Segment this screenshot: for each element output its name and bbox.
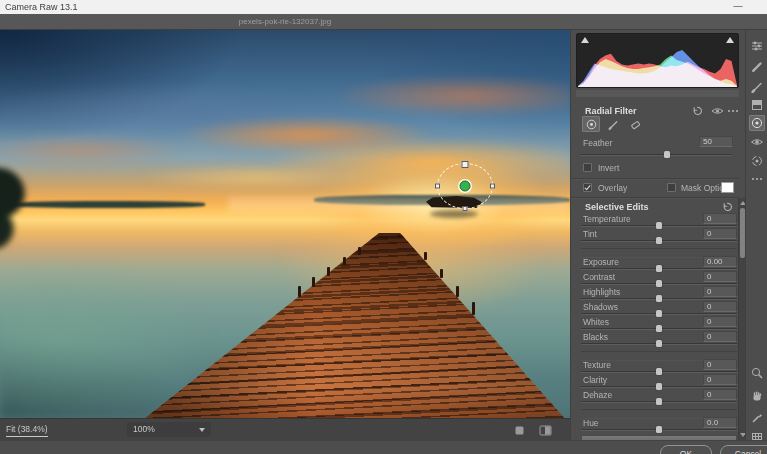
slider-handle[interactable] bbox=[656, 398, 662, 405]
slider-row-whites: Whites0 bbox=[581, 317, 737, 332]
slider-handle[interactable] bbox=[656, 325, 662, 332]
mask-color-swatch[interactable] bbox=[721, 182, 734, 193]
more-icon[interactable] bbox=[749, 171, 765, 187]
slider-track[interactable] bbox=[581, 429, 737, 431]
slider-value-field[interactable]: 0.00 bbox=[703, 256, 737, 267]
slider-value-field[interactable]: 0.0 bbox=[703, 417, 737, 428]
ok-button[interactable]: OK bbox=[660, 445, 712, 454]
eraser-tool-button[interactable] bbox=[626, 116, 644, 132]
wooden-pier bbox=[0, 30, 570, 418]
slider-value-field[interactable]: 0 bbox=[703, 331, 737, 342]
pier-post bbox=[424, 252, 427, 260]
mask-options-checkbox[interactable] bbox=[667, 183, 676, 192]
slider-value-field[interactable]: 0 bbox=[703, 316, 737, 327]
radial-new-tool-button[interactable] bbox=[582, 116, 600, 132]
invert-label: Invert bbox=[598, 163, 619, 173]
slider-row-clarity: Clarity0 bbox=[581, 375, 737, 390]
minimize-button[interactable]: — bbox=[731, 0, 745, 12]
selective-edits-title: Selective Edits bbox=[585, 202, 649, 212]
presets-icon[interactable] bbox=[749, 153, 765, 169]
radial-handle-left[interactable] bbox=[435, 184, 440, 189]
slider-value-field[interactable]: 0 bbox=[703, 213, 737, 224]
feather-slider-track[interactable] bbox=[581, 154, 731, 156]
slider-track[interactable] bbox=[581, 225, 737, 227]
healing-brush-icon[interactable] bbox=[749, 59, 765, 75]
slider-row-hue: Hue0.0 bbox=[581, 418, 737, 433]
title-bar: Camera Raw 13.1 — bbox=[0, 0, 767, 14]
preview-eye-icon[interactable] bbox=[711, 106, 725, 118]
slider-handle[interactable] bbox=[656, 295, 662, 302]
slider-value-field[interactable]: 0 bbox=[703, 374, 737, 385]
tab-bar: pexels-pok-rie-132037.jpg bbox=[0, 14, 767, 30]
radial-filter-pin[interactable] bbox=[460, 181, 471, 192]
adjustment-brush-icon[interactable] bbox=[749, 79, 765, 95]
slider-track[interactable] bbox=[581, 240, 737, 242]
slider-value-field[interactable]: 0 bbox=[703, 271, 737, 282]
zoom-fit-button[interactable]: Fit (38.4%) bbox=[6, 424, 48, 437]
eyedropper-icon[interactable] bbox=[749, 410, 765, 426]
red-eye-icon[interactable] bbox=[749, 134, 765, 150]
zoom-tool-icon[interactable] bbox=[749, 365, 765, 381]
pier-post bbox=[456, 286, 459, 297]
slider-track[interactable] bbox=[581, 371, 737, 373]
slider-handle[interactable] bbox=[656, 265, 662, 272]
image-preview-canvas[interactable] bbox=[0, 30, 570, 418]
slider-label: Clarity bbox=[583, 375, 607, 385]
slider-handle[interactable] bbox=[656, 340, 662, 347]
image-filename-tab[interactable]: pexels-pok-rie-132037.jpg bbox=[239, 14, 332, 30]
panel-menu-icon[interactable] bbox=[727, 108, 741, 120]
radial-filter-icon[interactable] bbox=[749, 115, 765, 131]
slider-handle[interactable] bbox=[656, 280, 662, 287]
reset-icon[interactable] bbox=[691, 105, 705, 117]
slider-label: Texture bbox=[583, 360, 611, 370]
hand-tool-icon[interactable] bbox=[749, 388, 765, 404]
radial-handle-top[interactable] bbox=[462, 161, 469, 168]
slider-value-field[interactable]: 0 bbox=[703, 228, 737, 239]
feather-value-field[interactable]: 50 bbox=[699, 136, 733, 147]
dialog-footer: OK Cancel bbox=[0, 440, 767, 454]
pier-post bbox=[440, 269, 443, 278]
selective-reset-icon[interactable] bbox=[721, 201, 735, 213]
panel-scrollbar[interactable] bbox=[738, 198, 745, 440]
edit-sliders-icon[interactable] bbox=[749, 38, 765, 54]
zoom-level-dropdown[interactable]: 100% bbox=[127, 422, 211, 437]
slider-row-contrast: Contrast0 bbox=[581, 272, 737, 287]
slider-track[interactable] bbox=[581, 298, 737, 300]
slider-handle[interactable] bbox=[656, 310, 662, 317]
boat-reflection bbox=[430, 210, 478, 218]
overlay-label: Overlay bbox=[598, 183, 627, 193]
radial-handle-bottom[interactable] bbox=[463, 206, 468, 211]
cancel-button[interactable]: Cancel bbox=[720, 445, 767, 454]
slider-track[interactable] bbox=[581, 313, 737, 315]
slider-value-field[interactable]: 0 bbox=[703, 359, 737, 370]
slider-handle[interactable] bbox=[656, 383, 662, 390]
slider-value-field[interactable]: 0 bbox=[703, 286, 737, 297]
slider-track[interactable] bbox=[581, 283, 737, 285]
histogram[interactable] bbox=[576, 33, 739, 88]
radial-filter-overlay[interactable] bbox=[437, 163, 493, 209]
before-after-view-icon[interactable] bbox=[538, 423, 553, 437]
slider-label: Dehaze bbox=[583, 390, 612, 400]
slider-handle[interactable] bbox=[656, 368, 662, 375]
histogram-info-strip bbox=[576, 90, 739, 97]
slider-track[interactable] bbox=[581, 386, 737, 388]
feather-slider-handle[interactable] bbox=[664, 151, 670, 158]
slider-value-field[interactable]: 0 bbox=[703, 301, 737, 312]
radial-handle-right[interactable] bbox=[490, 184, 495, 189]
invert-checkbox[interactable] bbox=[583, 163, 592, 172]
slider-handle[interactable] bbox=[656, 237, 662, 244]
pier-post bbox=[298, 286, 301, 297]
slider-track[interactable] bbox=[581, 343, 737, 345]
slider-track[interactable] bbox=[581, 268, 737, 270]
preview-toggle-icon[interactable] bbox=[512, 423, 527, 437]
graduated-filter-icon[interactable] bbox=[749, 97, 765, 113]
slider-handle[interactable] bbox=[656, 222, 662, 229]
slider-track[interactable] bbox=[581, 401, 737, 403]
slider-track[interactable] bbox=[581, 328, 737, 330]
pier-post bbox=[472, 302, 475, 315]
slider-value-field[interactable]: 0 bbox=[703, 389, 737, 400]
overlay-checkbox[interactable] bbox=[583, 183, 592, 192]
slider-handle[interactable] bbox=[656, 426, 662, 433]
tools-toolbar bbox=[745, 30, 767, 440]
brush-tool-button[interactable] bbox=[604, 116, 622, 132]
